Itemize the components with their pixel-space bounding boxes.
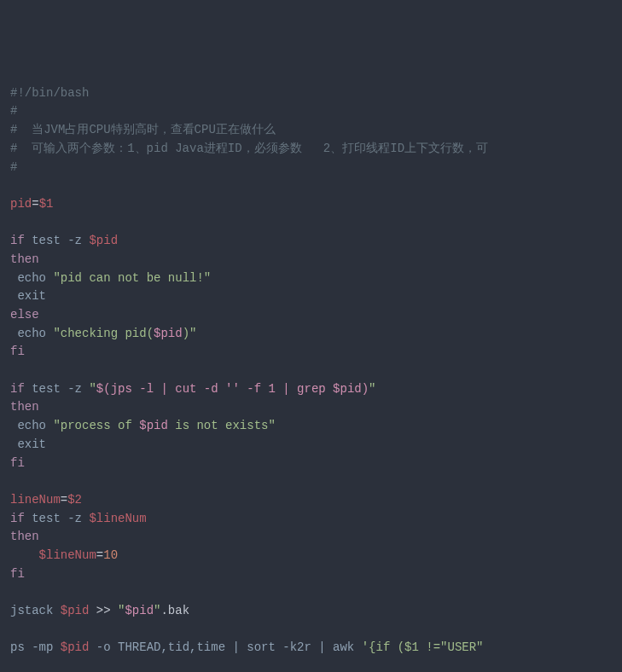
- string: "pid can not be null!": [46, 271, 211, 285]
- kw-fi: fi: [10, 567, 25, 581]
- kw-fi: fi: [10, 345, 25, 358]
- cmd-jstack: jstack: [10, 604, 61, 617]
- comment: #: [10, 160, 17, 174]
- var-value: $2: [67, 493, 82, 507]
- op-eq: =: [32, 197, 38, 211]
- quote: ": [369, 382, 375, 396]
- kw-fi: fi: [10, 456, 25, 470]
- var-interp: $pid: [154, 327, 183, 340]
- cmd-test: test -z: [25, 234, 90, 247]
- ext: .bak: [160, 604, 189, 617]
- kw-then: then: [10, 530, 39, 543]
- op-eq: =: [61, 493, 67, 507]
- op-redir: >>: [89, 604, 118, 617]
- cmd-echo: echo: [10, 327, 46, 340]
- cmd-echo: echo: [10, 271, 46, 285]
- cmd-ps: ps -mp: [10, 640, 61, 654]
- string: "process of: [46, 419, 139, 432]
- string: )": [183, 327, 197, 340]
- cmd-pipe: -o THREAD,tid,time | sort -k2r | awk: [89, 640, 361, 654]
- shebang: #!/bin/bash: [10, 86, 89, 100]
- var-interp: $pid: [139, 419, 168, 432]
- var: $lineNum: [39, 548, 96, 562]
- kw-then: then: [10, 400, 39, 414]
- kw-else: else: [10, 308, 39, 322]
- string: is not exists": [168, 419, 276, 432]
- var: $pid: [61, 640, 90, 654]
- number: 10: [103, 548, 118, 562]
- cmd-subst: $(jps -l | cut -d '' -f 1 | grep $pid): [96, 382, 369, 396]
- kw-then: then: [10, 252, 39, 266]
- code-block: #!/bin/bash## 当JVM占用CPU特别高时，查看CPU正在做什么# …: [10, 84, 612, 672]
- var: $pid: [89, 234, 118, 247]
- cmd-exit: exit: [10, 437, 46, 451]
- comment: # 当JVM占用CPU特别高时，查看CPU正在做什么: [10, 123, 276, 136]
- var: $pid: [61, 604, 90, 617]
- var-name: lineNum: [10, 493, 61, 507]
- op-eq: =: [96, 548, 103, 562]
- quote: ": [89, 382, 96, 396]
- indent: [10, 548, 39, 562]
- var-name: pid: [10, 197, 32, 211]
- var: $lineNum: [89, 512, 146, 525]
- cmd-exit: exit: [10, 289, 46, 303]
- cmd-test: test -z: [25, 512, 90, 525]
- var-interp: $pid: [125, 604, 154, 617]
- kw-if: if: [10, 512, 25, 525]
- cmd-test: test -z: [25, 382, 90, 396]
- string: "checking pid(: [46, 327, 154, 340]
- kw-if: if: [10, 382, 25, 396]
- cmd-echo: echo: [10, 419, 46, 432]
- comment: #: [10, 104, 17, 118]
- comment: # 可输入两个参数：1、pid Java进程ID，必须参数 2、打印线程ID上下…: [10, 142, 488, 155]
- kw-if: if: [10, 234, 25, 247]
- awk-script: '{if ($1 !="USER": [362, 640, 484, 654]
- var-value: $1: [39, 197, 54, 211]
